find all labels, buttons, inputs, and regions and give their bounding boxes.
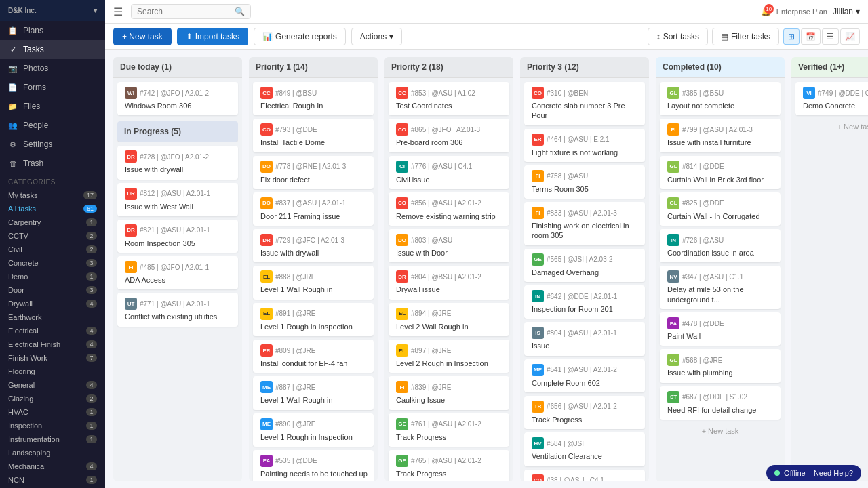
category-landscaping[interactable]: Landscaping: [0, 446, 105, 460]
task-card[interactable]: ER #464 | @ASU | E.2.1 Light fixture is …: [524, 129, 645, 162]
task-card[interactable]: PA #478 | @DDE Paint Wall: [660, 312, 781, 346]
task-card[interactable]: VI #749 | @DDE | C1.1 Demo Concrete: [795, 82, 868, 115]
sidebar-item-people[interactable]: 👥People: [0, 116, 105, 135]
sidebar-item-photos[interactable]: 📷Photos: [0, 59, 105, 78]
task-card[interactable]: IN #642 | @DDE | A2.01-1 Inspection for …: [524, 285, 645, 319]
task-card[interactable]: FI #839 | @JRE Caulking Issue: [389, 376, 509, 409]
avatar: GL: [667, 87, 679, 99]
category-ncn[interactable]: NCN1: [0, 473, 105, 487]
sidebar-item-settings[interactable]: ⚙Settings: [0, 135, 105, 154]
sidebar-item-tasks[interactable]: ✓Tasks: [0, 40, 105, 59]
task-card[interactable]: CO #865 | @JFO | A2.01-3 Pre-board room …: [389, 119, 509, 152]
task-card[interactable]: GE #761 | @ASU | A2.01-2 Track Progress: [389, 413, 509, 447]
category-earthwork[interactable]: Earthwork: [0, 310, 105, 324]
task-card[interactable]: EL #894 | @JRE Level 2 Wall Rough in: [389, 303, 509, 336]
task-card[interactable]: ME #541 | @ASU | A2.01-2 Complete Room 6…: [524, 359, 645, 392]
category-glazing[interactable]: Glazing2: [0, 392, 105, 405]
task-card[interactable]: CO #856 | @ASU | A2.01-2 Remove existing…: [389, 192, 509, 226]
category-general[interactable]: General4: [0, 378, 105, 392]
task-card[interactable]: CO #793 | @DDE Install Tactile Dome: [253, 119, 374, 152]
task-card[interactable]: CO #38 | @ASU | C4.1 Courtyard Photos: [524, 470, 645, 481]
task-card[interactable]: CO #310 | @BEN Concrete slab number 3 Pr…: [524, 82, 645, 125]
task-card[interactable]: IS #804 | @ASU | A2.01-1 Issue: [524, 322, 645, 355]
category-door[interactable]: Door3: [0, 283, 105, 297]
task-card[interactable]: ST #687 | @DDE | S1.02 Need RFI for deta…: [660, 386, 781, 420]
category-civil[interactable]: Civil2: [0, 243, 105, 256]
search-input[interactable]: [137, 7, 232, 16]
notifications-button[interactable]: 🔔 10: [761, 7, 771, 16]
generate-reports-button[interactable]: 📊 Generate reports: [254, 28, 346, 45]
category-drywall[interactable]: Drywall4: [0, 297, 105, 310]
task-card[interactable]: ER #809 | @JRE Install conduit for EF-4 …: [253, 340, 374, 373]
calendar-view-button[interactable]: 📅: [801, 28, 821, 45]
sidebar-item-files[interactable]: 📁Files: [0, 97, 105, 116]
sidebar-item-plans[interactable]: 📋Plans: [0, 21, 105, 40]
task-card[interactable]: GL #814 | @DDE Curtain Wall in Brick 3rd…: [660, 156, 781, 189]
search-box[interactable]: 🔍: [131, 4, 251, 19]
task-card[interactable]: GL #825 | @DDE Curtain Wall - In Corruga…: [660, 192, 781, 226]
task-card[interactable]: HV #584 | @JSI Ventilation Clearance: [524, 432, 645, 466]
app-logo[interactable]: D&K Inc. ▾: [0, 0, 105, 21]
task-card[interactable]: DO #778 | @RNE | A2.01-3 Fix door defect: [253, 156, 374, 189]
task-card[interactable]: DR #729 | @JFO | A2.01-3 Issue with dryw…: [253, 229, 374, 262]
task-card[interactable]: DR #804 | @BSU | A2.01-2 Drywall issue: [389, 266, 509, 299]
task-card[interactable]: IN #726 | @ASU Coordination issue in are…: [660, 229, 781, 262]
sidebar-item-forms[interactable]: 📄Forms: [0, 78, 105, 97]
task-card[interactable]: UT #771 | @ASU | A2.01-1 Conflict with e…: [117, 293, 238, 326]
add-task-button[interactable]: + New task: [795, 119, 868, 135]
import-tasks-button[interactable]: ⬆ Import tasks: [177, 28, 248, 45]
actions-button[interactable]: Actions ▾: [351, 28, 402, 45]
task-card[interactable]: GE #565 | @JSI | A2.03-2 Damaged Overhan…: [524, 249, 645, 282]
task-card[interactable]: DR #812 | @ASU | A2.01-1 Issue with West…: [117, 183, 238, 216]
chart-view-button[interactable]: 📈: [840, 28, 860, 45]
task-card[interactable]: GL #568 | @JRE Issue with plumbing: [660, 349, 781, 382]
category-inspection[interactable]: Inspection1: [0, 419, 105, 432]
category-demo[interactable]: Demo1: [0, 270, 105, 283]
task-card[interactable]: ME #887 | @JRE Level 1 Wall Rough in: [253, 376, 374, 409]
logo-chevron[interactable]: ▾: [94, 7, 97, 14]
category-electrical[interactable]: Electrical4: [0, 324, 105, 338]
task-card[interactable]: FI #799 | @ASU | A2.01-3 Issue with inst…: [660, 119, 781, 152]
sort-tasks-button[interactable]: ↕ Sort tasks: [648, 28, 708, 45]
task-card[interactable]: DO #803 | @ASU Issue with Door: [389, 229, 509, 262]
category-carpentry[interactable]: Carpentry1: [0, 216, 105, 229]
task-card[interactable]: EL #897 | @JRE Level 2 Rough in Inspecti…: [389, 340, 509, 373]
task-card[interactable]: CC #853 | @ASU | A1.02 Test Coordinates: [389, 82, 509, 115]
task-card[interactable]: GE #765 | @ASU | A2.01-2 Track Progress: [389, 450, 509, 481]
task-card[interactable]: NV #347 | @ASU | C1.1 Delay at mile 53 o…: [660, 266, 781, 309]
task-card[interactable]: CI #776 | @ASU | C4.1 Civil issue: [389, 156, 509, 189]
user-menu[interactable]: Jillian ▾: [833, 7, 860, 16]
menu-icon[interactable]: ☰: [113, 5, 123, 18]
category-mechanical[interactable]: Mechanical4: [0, 460, 105, 473]
category-electrical-finish[interactable]: Electrical Finish4: [0, 338, 105, 351]
task-card[interactable]: DR #821 | @ASU | A2.01-1 Room Inspection…: [117, 220, 238, 253]
task-card[interactable]: ME #890 | @JRE Level 1 Rough in Inspecti…: [253, 413, 374, 447]
task-card[interactable]: WI #742 | @JFO | A2.01-2 Windows Room 30…: [117, 82, 238, 115]
task-card[interactable]: PA #535 | @DDE Painting needs to be touc…: [253, 450, 374, 481]
category-concrete[interactable]: Concrete3: [0, 256, 105, 270]
task-card[interactable]: FI #833 | @ASU | A2.01-3 Finishing work …: [524, 202, 645, 245]
category-cctv[interactable]: CCTV2: [0, 229, 105, 243]
list-view-button[interactable]: ☰: [822, 28, 839, 45]
category-all-tasks[interactable]: All tasks61: [0, 202, 105, 216]
task-card[interactable]: GL #385 | @BSU Layout not complete: [660, 82, 781, 115]
task-card[interactable]: EL #888 | @JRE Level 1 Wall Rough in: [253, 266, 374, 299]
task-card[interactable]: TR #656 | @ASU | A2.01-2 Track Progress: [524, 396, 645, 429]
category-finish-work[interactable]: Finish Work7: [0, 351, 105, 365]
filter-tasks-button[interactable]: ▤ Filter tasks: [712, 28, 779, 45]
category-hvac[interactable]: HVAC1: [0, 405, 105, 419]
offline-chat-button[interactable]: Offline – Need Help?: [766, 465, 861, 481]
task-card[interactable]: DR #728 | @JFO | A2.01-2 Issue with dryw…: [117, 146, 238, 179]
category-flooring[interactable]: Flooring: [0, 365, 105, 378]
task-card[interactable]: FI #485 | @JFO | A2.01-1 ADA Access: [117, 256, 238, 289]
grid-view-button[interactable]: ⊞: [783, 28, 800, 45]
task-card[interactable]: DO #837 | @ASU | A2.01-1 Door 211 Framin…: [253, 192, 374, 226]
sidebar-item-trash[interactable]: 🗑Trash: [0, 154, 105, 173]
task-card[interactable]: FI #758 | @ASU Terms Room 305: [524, 165, 645, 199]
new-task-button[interactable]: + New task: [113, 28, 172, 45]
category-instrumentation[interactable]: Instrumentation1: [0, 432, 105, 446]
task-card[interactable]: CC #849 | @BSU Electrical Rough In: [253, 82, 374, 115]
category-my-tasks[interactable]: My tasks17: [0, 188, 105, 202]
add-task-button[interactable]: + New task: [660, 423, 781, 439]
task-card[interactable]: EL #891 | @JRE Level 1 Rough in Inspecti…: [253, 303, 374, 336]
